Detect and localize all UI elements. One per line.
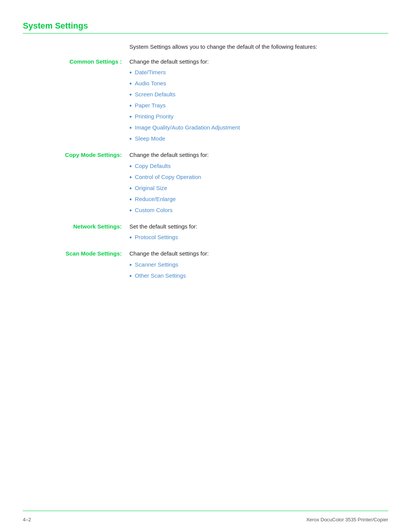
scan-settings-content: Change the default settings for: •Scanne… [129,249,388,288]
bullet-icon: • [129,112,132,122]
list-item: •Image Quality/Auto Gradation Adjustment [129,123,388,133]
copy-settings-list: •Copy Defaults •Control of Copy Operatio… [129,162,388,216]
bullet-icon: • [129,195,132,205]
link-reduce-enlarge[interactable]: Reduce/Enlarge [135,195,176,204]
bullet-icon: • [129,90,132,100]
list-item: •Printing Priority [129,112,388,122]
footer-page-number: 4–2 [23,517,31,522]
footer: 4–2 Xerox DocuColor 3535 Printer/Copier [23,517,388,522]
settings-row-common: Common Settings : Change the default set… [23,58,388,151]
list-item: •Scanner Settings [129,260,388,270]
list-item: •Screen Defaults [129,90,388,100]
list-item: •Paper Trays [129,101,388,111]
bullet-icon: • [129,161,132,172]
list-item: •Audio Tones [129,79,388,89]
link-control-copy-operation[interactable]: Control of Copy Operation [135,173,201,182]
footer-product-name: Xerox DocuColor 3535 Printer/Copier [306,517,388,522]
link-screen-defaults[interactable]: Screen Defaults [135,90,175,99]
list-item: •Original Size [129,184,388,194]
network-settings-list: •Protocol Settings [129,233,388,243]
settings-row-scan: Scan Mode Settings: Change the default s… [23,249,388,288]
network-settings-label: Network Settings: [23,222,129,250]
bullet-icon: • [129,79,132,89]
bullet-icon: • [129,123,132,133]
common-settings-content: Change the default settings for: •Date/T… [129,58,388,151]
link-audio-tones[interactable]: Audio Tones [135,79,166,88]
bullet-icon: • [129,134,132,144]
page-title: System Settings [23,21,388,31]
network-settings-desc: Set the default settings for: [129,222,388,231]
bullet-icon: • [129,271,132,281]
list-item: •Copy Defaults [129,162,388,172]
list-item: •Protocol Settings [129,233,388,243]
copy-settings-label: Copy Mode Settings: [23,151,129,222]
scan-settings-label: Scan Mode Settings: [23,249,129,288]
bullet-icon: • [129,260,132,270]
scan-settings-list: •Scanner Settings •Other Scan Settings [129,260,388,281]
bullet-icon: • [129,184,132,194]
link-date-timers[interactable]: Date/Timers [135,68,166,77]
link-other-scan-settings[interactable]: Other Scan Settings [135,272,186,280]
settings-table: Common Settings : Change the default set… [23,58,388,288]
bullet-icon: • [129,173,132,183]
common-settings-list: •Date/Timers •Audio Tones •Screen Defaul… [129,68,388,144]
title-rule [23,33,388,34]
list-item: •Sleep Mode [129,134,388,144]
network-settings-content: Set the default settings for: •Protocol … [129,222,388,250]
common-settings-label: Common Settings : [23,58,129,151]
footer-rule [23,511,388,511]
copy-settings-desc: Change the default settings for: [129,151,388,160]
bullet-icon: • [129,233,132,243]
page-content: System Settings System Settings allows y… [0,0,411,318]
list-item: •Other Scan Settings [129,272,388,281]
bullet-icon: • [129,101,132,111]
list-item: •Control of Copy Operation [129,173,388,183]
settings-row-network: Network Settings: Set the default settin… [23,222,388,250]
link-custom-colors[interactable]: Custom Colors [135,206,172,215]
list-item: •Custom Colors [129,206,388,216]
bullet-icon: • [129,68,132,78]
link-paper-trays[interactable]: Paper Trays [135,101,166,110]
link-printing-priority[interactable]: Printing Priority [135,112,174,121]
settings-row-copy: Copy Mode Settings: Change the default s… [23,151,388,222]
copy-settings-content: Change the default settings for: •Copy D… [129,151,388,222]
list-item: •Reduce/Enlarge [129,195,388,205]
bullet-icon: • [129,206,132,216]
link-image-quality[interactable]: Image Quality/Auto Gradation Adjustment [135,123,240,132]
link-protocol-settings[interactable]: Protocol Settings [135,233,178,242]
link-original-size[interactable]: Original Size [135,184,167,193]
link-sleep-mode[interactable]: Sleep Mode [135,134,165,143]
link-copy-defaults[interactable]: Copy Defaults [135,162,170,171]
scan-settings-desc: Change the default settings for: [129,249,388,258]
list-item: •Date/Timers [129,68,388,78]
intro-text: System Settings allows you to change the… [129,43,388,51]
link-scanner-settings[interactable]: Scanner Settings [135,260,178,269]
common-settings-desc: Change the default settings for: [129,58,388,66]
